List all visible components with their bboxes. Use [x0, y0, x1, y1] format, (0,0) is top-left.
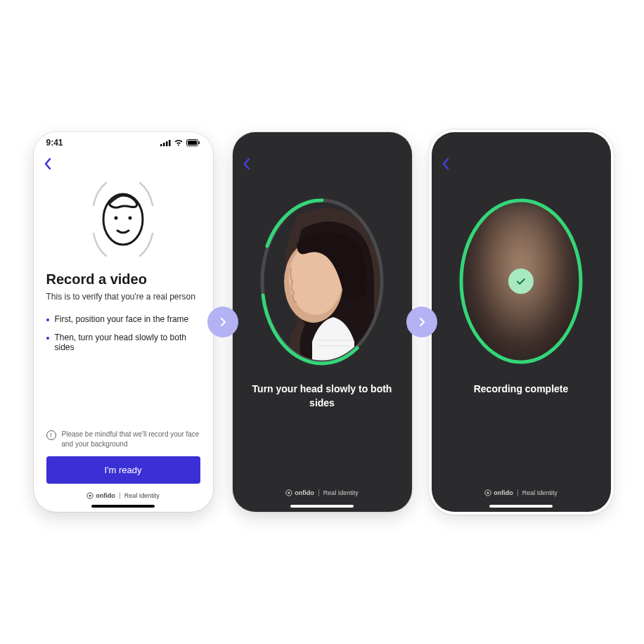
info-icon: ! — [46, 430, 56, 440]
list-item: First, position your face in the frame — [46, 314, 200, 324]
back-button[interactable] — [44, 157, 51, 170]
face-frame-illustration — [46, 174, 200, 271]
status-icons — [160, 139, 200, 146]
bullet-text: Then, turn your head slowly to both side… — [55, 333, 200, 352]
success-badge — [508, 269, 534, 294]
svg-rect-1 — [163, 143, 165, 146]
page-title: Record a video — [46, 271, 200, 288]
privacy-notice: ! Please be mindful that we'll record yo… — [46, 430, 200, 449]
nav-bar — [432, 153, 611, 174]
bullet-text: First, position your face in the frame — [55, 314, 189, 324]
instruction-text: Turn your head slowly to both sides — [233, 382, 412, 410]
brand-footer: onfido Real Identity — [484, 489, 558, 512]
nav-bar — [233, 153, 412, 174]
svg-point-9 — [129, 217, 132, 220]
back-button[interactable] — [243, 157, 250, 170]
page-subtitle: This is to verify that you're a real per… — [46, 292, 200, 302]
brand-logo: onfido — [86, 492, 115, 499]
home-indicator — [290, 505, 354, 508]
svg-point-8 — [115, 217, 118, 220]
brand-name: onfido — [494, 489, 513, 496]
list-item: Then, turn your head slowly to both side… — [46, 333, 200, 352]
svg-point-17 — [288, 492, 290, 494]
flow-arrow — [207, 307, 238, 337]
divider — [120, 492, 120, 499]
phone-capture: Turn your head slowly to both sides onfi… — [233, 132, 412, 512]
divider — [517, 489, 518, 496]
svg-point-20 — [487, 492, 489, 494]
ready-button[interactable]: I'm ready — [46, 456, 200, 484]
nav-bar — [34, 153, 213, 174]
svg-rect-0 — [160, 144, 162, 146]
brand-tagline: Real Identity — [124, 492, 160, 499]
check-icon — [515, 276, 527, 287]
brand-logo: onfido — [484, 489, 513, 496]
chevron-right-icon — [218, 317, 228, 327]
wifi-icon — [174, 139, 183, 146]
brand-footer: onfido Real Identity — [46, 492, 200, 512]
brand-footer: onfido Real Identity — [285, 489, 359, 512]
brand-logo: onfido — [285, 489, 314, 496]
instructions-list: First, position your face in the frame T… — [46, 314, 200, 361]
face-capture-frame — [259, 197, 385, 366]
svg-rect-3 — [169, 140, 171, 146]
home-indicator — [489, 505, 553, 508]
status-bar: 9:41 — [34, 132, 213, 153]
brand-name: onfido — [96, 492, 115, 499]
face-outline-icon — [89, 179, 157, 260]
onfido-mark-icon — [86, 492, 94, 499]
onfido-mark-icon — [285, 489, 292, 496]
svg-point-11 — [89, 495, 91, 497]
svg-rect-5 — [188, 141, 197, 145]
status-bar — [432, 132, 611, 153]
bullet-icon — [46, 337, 49, 340]
bullet-icon — [46, 318, 49, 321]
phone-intro: 9:41 — [34, 132, 213, 512]
phone-complete: Recording complete onfido Real Identity — [432, 132, 611, 512]
signal-icon — [160, 139, 171, 146]
back-button[interactable] — [442, 157, 449, 170]
brand-tagline: Real Identity — [323, 489, 359, 496]
svg-rect-6 — [198, 141, 200, 144]
status-time: 9:41 — [46, 138, 63, 148]
face-capture-frame — [458, 197, 584, 366]
battery-icon — [186, 139, 200, 146]
status-bar — [233, 132, 412, 153]
progress-ring — [259, 197, 385, 366]
instruction-text: Recording complete — [460, 382, 583, 397]
home-indicator — [91, 505, 155, 508]
onfido-mark-icon — [484, 489, 491, 496]
notice-text: Please be mindful that we'll record your… — [62, 430, 200, 449]
chevron-right-icon — [417, 317, 427, 327]
flow-arrow — [406, 307, 437, 337]
divider — [318, 489, 319, 496]
svg-rect-2 — [166, 141, 168, 146]
brand-tagline: Real Identity — [522, 489, 558, 496]
brand-name: onfido — [295, 489, 314, 496]
